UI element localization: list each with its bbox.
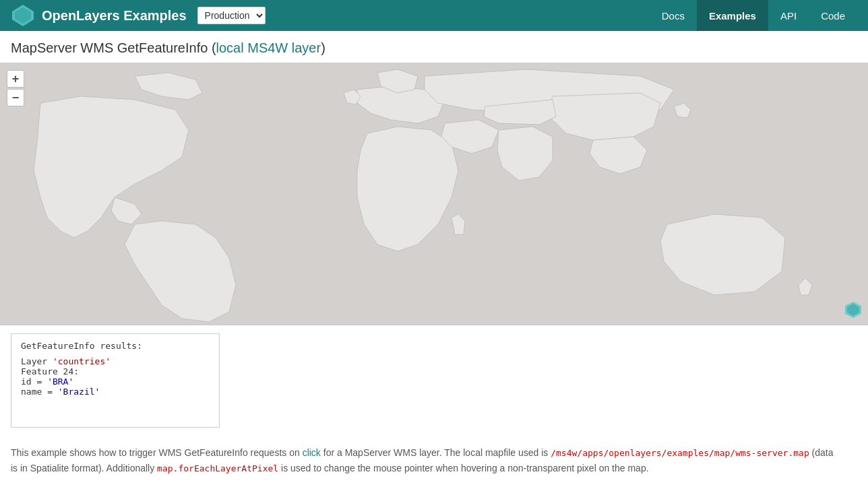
title-text-prefix: MapServer WMS GetFeatureInfo ( — [11, 40, 216, 55]
title-link[interactable]: local MS4W layer — [216, 40, 321, 55]
map-container[interactable]: + − — [0, 63, 868, 325]
zoom-in-button[interactable]: + — [7, 70, 24, 88]
nav-examples[interactable]: Examples — [697, 0, 768, 31]
feature-info-header: GetFeatureInfo results: — [21, 341, 210, 351]
desc-code-path[interactable]: /ms4w/apps/openlayers/examples/map/wms-s… — [551, 448, 809, 458]
title-text-suffix: ) — [321, 40, 326, 55]
page-title-area: MapServer WMS GetFeatureInfo (local MS4W… — [0, 31, 868, 63]
world-map — [0, 63, 868, 325]
feature-info-box: GetFeatureInfo results: Layer 'countries… — [11, 333, 220, 428]
name-label: name = — [21, 387, 58, 397]
desc-text2: for a MapServer WMS layer. The local map… — [321, 447, 551, 458]
id-value: 'BRA' — [47, 376, 73, 387]
desc-code-method: map.forEachLayerAtPixel — [157, 463, 278, 473]
feature-info-feature-line: Feature 24: — [21, 366, 210, 376]
logo-area: OpenLayers Examples — [11, 3, 187, 28]
desc-click-link[interactable]: click — [303, 447, 321, 458]
nav-docs[interactable]: Docs — [650, 0, 697, 31]
environment-select[interactable]: Production Latest — [197, 7, 266, 24]
ol-watermark — [844, 300, 863, 319]
site-header: OpenLayers Examples Production Latest Do… — [0, 0, 868, 31]
zoom-out-button[interactable]: − — [7, 89, 24, 106]
feature-info-id-line: id = 'BRA' — [21, 376, 210, 387]
feature-info-layer-line: Layer 'countries' — [21, 356, 210, 366]
nav-code[interactable]: Code — [809, 0, 857, 31]
desc-text1: This example shows how to trigger WMS Ge… — [11, 447, 303, 458]
id-label: id = — [21, 376, 47, 387]
desc-text4: is used to change the mouse pointer when… — [278, 463, 648, 473]
layer-name: 'countries' — [53, 356, 111, 366]
nav-api[interactable]: API — [768, 0, 809, 31]
name-value: 'Brazil' — [58, 387, 100, 397]
zoom-controls: + − — [7, 70, 24, 106]
site-title: OpenLayers Examples — [42, 8, 187, 24]
page-title: MapServer WMS GetFeatureInfo (local MS4W… — [11, 40, 857, 56]
main-nav: Docs Examples API Code — [650, 0, 857, 31]
description-area: This example shows how to trigger WMS Ge… — [0, 436, 849, 486]
feature-info-name-line: name = 'Brazil' — [21, 387, 210, 397]
logo-icon — [11, 3, 35, 28]
layer-label: Layer — [21, 356, 53, 366]
